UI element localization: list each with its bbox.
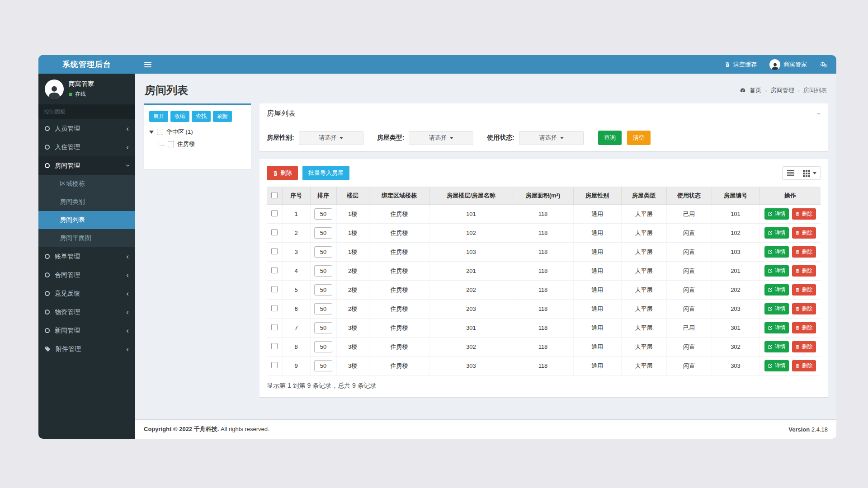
tree-node-child[interactable]: 住房楼 xyxy=(159,140,245,148)
chevron-down-icon: ‹ xyxy=(124,164,132,167)
row-checkbox[interactable] xyxy=(271,343,278,349)
sidebar-item-feedback[interactable]: 意见反馈 ‹ xyxy=(38,284,135,303)
table-row: 7 3楼 住房楼 301 118 通用 大平层 已用 xyxy=(267,319,821,338)
detail-label: 详情 xyxy=(775,210,786,218)
sidebar-item-news-mgmt[interactable]: 新闻管理 ‹ xyxy=(38,321,135,340)
row-delete-button[interactable]: 删除 xyxy=(792,341,816,352)
sidebar-item-personnel-mgmt[interactable]: 人员管理 ‹ xyxy=(38,119,135,138)
submenu-area-building[interactable]: 区域楼栋 xyxy=(38,175,135,193)
row-delete-button[interactable]: 删除 xyxy=(792,360,816,371)
record-summary: 显示第 1 到第 9 条记录，总共 9 条记录 xyxy=(267,382,821,392)
cell-status: 已用 xyxy=(666,205,712,224)
cell-status: 闲置 xyxy=(666,338,712,357)
sort-input[interactable] xyxy=(314,341,332,352)
detail-button[interactable]: 详情 xyxy=(764,246,789,258)
row-delete-button[interactable]: 删除 xyxy=(792,227,816,239)
reset-button[interactable]: 清空 xyxy=(627,131,651,145)
detail-button[interactable]: 详情 xyxy=(764,341,789,352)
tree-refresh-button[interactable]: 刷新 xyxy=(213,111,232,122)
cell-seq: 5 xyxy=(282,281,310,300)
status-select[interactable]: 请选择 xyxy=(519,131,584,145)
cell-status: 闲置 xyxy=(666,357,712,375)
sidebar-item-bill-mgmt[interactable]: 账单管理 ‹ xyxy=(38,247,135,266)
sidebar-item-contract-mgmt[interactable]: 合同管理 ‹ xyxy=(38,266,135,284)
toggle-view-button[interactable] xyxy=(782,166,799,180)
row-checkbox[interactable] xyxy=(271,324,278,330)
col-area: 房屋面积(m²) xyxy=(513,187,573,205)
sort-input[interactable] xyxy=(314,246,332,258)
sidebar-toggle-icon[interactable] xyxy=(144,62,151,67)
sort-input[interactable] xyxy=(314,284,332,296)
tree-find-button[interactable]: 查找 xyxy=(192,111,211,122)
detail-button[interactable]: 详情 xyxy=(764,322,789,333)
tree-root-label[interactable]: 华中区 (1) xyxy=(166,128,193,136)
tree-caret-icon[interactable] xyxy=(149,131,154,134)
cell-status: 闲置 xyxy=(666,300,712,319)
sort-input[interactable] xyxy=(314,360,332,371)
row-delete-button[interactable]: 删除 xyxy=(792,246,816,258)
row-checkbox[interactable] xyxy=(271,362,278,368)
tree-node-root[interactable]: 华中区 (1) xyxy=(149,128,245,136)
gender-filter-label: 房屋性别: xyxy=(267,134,294,142)
sort-input[interactable] xyxy=(314,322,332,333)
room-mgmt-submenu: 区域楼栋 房间类别 房间列表 房间平面图 xyxy=(38,175,135,247)
row-checkbox[interactable] xyxy=(271,305,278,311)
detail-button[interactable]: 详情 xyxy=(764,284,789,296)
detail-button[interactable]: 详情 xyxy=(764,360,789,371)
sort-input[interactable] xyxy=(314,208,332,220)
detail-button[interactable]: 详情 xyxy=(764,303,789,314)
detail-button[interactable]: 详情 xyxy=(764,265,789,277)
sidebar-item-checkin-mgmt[interactable]: 入住管理 ‹ xyxy=(38,138,135,156)
type-filter-label: 房屋类型: xyxy=(377,134,405,142)
breadcrumb-home[interactable]: 首页 xyxy=(750,86,761,94)
columns-button[interactable] xyxy=(799,166,821,180)
row-checkbox[interactable] xyxy=(271,248,278,254)
tree-child-checkbox[interactable] xyxy=(168,141,174,147)
row-checkbox[interactable] xyxy=(271,286,278,292)
cell-type: 大平层 xyxy=(621,300,666,319)
tree-collapse-button[interactable]: 收缩 xyxy=(170,111,189,122)
row-delete-button[interactable]: 删除 xyxy=(792,322,816,333)
row-delete-button[interactable]: 删除 xyxy=(792,303,816,314)
cell-status: 闲置 xyxy=(666,281,712,300)
row-checkbox[interactable] xyxy=(271,210,278,216)
panel-collapse-icon[interactable]: − xyxy=(816,110,821,117)
submenu-room-category[interactable]: 房间类别 xyxy=(38,193,135,211)
tree-root-checkbox[interactable] xyxy=(157,129,163,135)
sort-input[interactable] xyxy=(314,265,332,277)
submenu-room-list[interactable]: 房间列表 xyxy=(38,211,135,229)
row-checkbox[interactable] xyxy=(271,267,278,273)
sort-input[interactable] xyxy=(314,227,332,239)
search-button[interactable]: 查询 xyxy=(598,131,622,145)
sidebar-item-material-mgmt[interactable]: 物资管理 ‹ xyxy=(38,303,135,321)
cell-building: 住房楼 xyxy=(369,205,429,224)
sidebar-item-attachment-mgmt[interactable]: 附件管理 ‹ xyxy=(38,340,135,358)
type-select[interactable]: 请选择 xyxy=(409,131,473,145)
row-delete-button[interactable]: 删除 xyxy=(792,284,816,296)
trash-icon xyxy=(795,325,800,330)
breadcrumb: 首页 › 房间管理 › 房间列表 xyxy=(740,86,827,94)
sidebar-item-label: 人员管理 xyxy=(55,125,80,133)
breadcrumb-parent[interactable]: 房间管理 xyxy=(771,86,794,94)
row-delete-button[interactable]: 删除 xyxy=(792,265,816,277)
table-row: 5 2楼 住房楼 202 118 通用 大平层 闲置 xyxy=(267,281,821,300)
sidebar-item-room-mgmt[interactable]: 房间管理 ‹ xyxy=(38,156,135,175)
select-all-checkbox[interactable] xyxy=(271,192,278,198)
cell-name: 302 xyxy=(429,338,513,357)
bulk-delete-button[interactable]: 删除 xyxy=(267,166,298,180)
gender-select[interactable]: 请选择 xyxy=(299,131,363,145)
clear-cache-button[interactable]: 清空缓存 xyxy=(725,61,757,69)
user-menu[interactable]: 商寓管家 xyxy=(769,59,807,70)
row-checkbox[interactable] xyxy=(271,229,278,235)
detail-button[interactable]: 详情 xyxy=(764,227,789,239)
tree-expand-button[interactable]: 展开 xyxy=(149,111,168,122)
submenu-room-floorplan[interactable]: 房间平面图 xyxy=(38,229,135,247)
tree-child-label[interactable]: 住房楼 xyxy=(177,140,195,148)
brand[interactable]: 系统管理后台 xyxy=(38,55,135,74)
sort-input[interactable] xyxy=(314,303,332,314)
detail-button[interactable]: 详情 xyxy=(764,208,789,220)
row-delete-button[interactable]: 删除 xyxy=(792,208,816,220)
settings-button[interactable] xyxy=(820,61,827,68)
batch-import-button[interactable]: 批量导入房屋 xyxy=(302,166,349,180)
building-tree-panel: 展开 收缩 查找 刷新 华中区 (1) xyxy=(144,103,251,169)
